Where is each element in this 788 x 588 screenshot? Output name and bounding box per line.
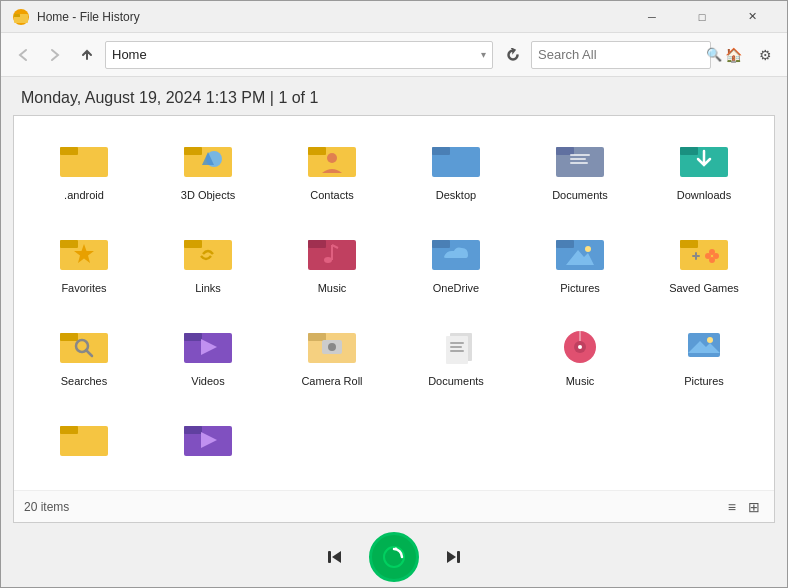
grid-view-button[interactable]: ⊞ <box>744 497 764 517</box>
file-label-onedrive: OneDrive <box>433 281 479 295</box>
svg-rect-45 <box>60 333 78 341</box>
nav-icons-right: 🏠 ⚙ <box>719 41 779 69</box>
svg-rect-19 <box>680 147 698 155</box>
file-item-item20[interactable] <box>148 405 268 480</box>
folder-icon-cameraroll <box>306 318 358 370</box>
file-label-pictures: Pictures <box>560 281 600 295</box>
svg-point-66 <box>707 337 713 343</box>
svg-point-10 <box>327 153 337 163</box>
address-input[interactable] <box>112 47 481 62</box>
svg-point-35 <box>585 246 591 252</box>
maximize-button[interactable]: □ <box>679 1 725 33</box>
folder-icon-savedgames <box>678 225 730 277</box>
file-label-android: .android <box>64 188 104 202</box>
prev-button[interactable] <box>317 539 353 575</box>
file-label-cameraroll: Camera Roll <box>301 374 362 388</box>
file-item-cameraroll[interactable]: Camera Roll <box>272 312 392 401</box>
refresh-button[interactable] <box>499 41 527 69</box>
search-bar[interactable]: 🔍 <box>531 41 711 69</box>
file-item-music2[interactable]: Music <box>520 312 640 401</box>
file-item-favorites[interactable]: Favorites <box>24 219 144 308</box>
svg-rect-16 <box>570 158 586 160</box>
folder-icon-item20 <box>182 411 234 463</box>
content-area: .android 3D Objects <box>1 115 787 527</box>
page-info: 1 of 1 <box>278 89 318 106</box>
file-item-desktop[interactable]: Desktop <box>396 126 516 215</box>
forward-button[interactable] <box>41 41 69 69</box>
back-button[interactable] <box>9 41 37 69</box>
file-label-favorites: Favorites <box>61 281 106 295</box>
file-label-music: Music <box>318 281 347 295</box>
nav-bar: ▾ 🔍 🏠 ⚙ <box>1 33 787 77</box>
file-item-pictures[interactable]: Pictures <box>520 219 640 308</box>
title-bar: Home - File History ─ □ ✕ <box>1 1 787 33</box>
up-button[interactable] <box>73 41 101 69</box>
file-label-videos: Videos <box>191 374 224 388</box>
settings-button[interactable]: ⚙ <box>751 41 779 69</box>
file-item-contacts[interactable]: Contacts <box>272 126 392 215</box>
app-icon <box>13 9 29 25</box>
window-title: Home - File History <box>37 10 629 24</box>
file-item-videos[interactable]: Videos <box>148 312 268 401</box>
date-bar: Monday, August 19, 2024 1:13 PM | 1 of 1 <box>1 77 787 115</box>
file-label-3dobjects: 3D Objects <box>181 188 235 202</box>
file-label-music2: Music <box>566 374 595 388</box>
svg-rect-43 <box>692 255 700 257</box>
svg-point-62 <box>578 345 582 349</box>
list-view-button[interactable]: ≡ <box>724 497 740 517</box>
svg-rect-1 <box>14 14 20 17</box>
svg-rect-68 <box>60 426 78 434</box>
address-dropdown-icon[interactable]: ▾ <box>481 49 486 60</box>
svg-point-27 <box>324 257 332 263</box>
file-item-pictures2[interactable]: Pictures <box>644 312 764 401</box>
player-bar <box>1 527 787 587</box>
svg-rect-17 <box>570 162 588 164</box>
file-item-3dobjects[interactable]: 3D Objects <box>148 126 268 215</box>
next-button[interactable] <box>435 539 471 575</box>
svg-rect-59 <box>450 350 464 352</box>
file-item-onedrive[interactable]: OneDrive <box>396 219 516 308</box>
folder-icon-downloads <box>678 132 730 184</box>
items-count: 20 items <box>24 500 69 514</box>
file-item-music[interactable]: Music <box>272 219 392 308</box>
svg-rect-15 <box>570 154 590 156</box>
file-item-documents2[interactable]: Documents <box>396 312 516 401</box>
file-item-documents[interactable]: Documents <box>520 126 640 215</box>
svg-point-54 <box>328 343 336 351</box>
address-bar[interactable]: ▾ <box>105 41 493 69</box>
search-input[interactable] <box>538 47 706 62</box>
home-nav-button[interactable]: 🏠 <box>719 41 747 69</box>
file-label-contacts: Contacts <box>310 188 353 202</box>
file-item-links[interactable]: Links <box>148 219 268 308</box>
file-item-searches[interactable]: Searches <box>24 312 144 401</box>
folder-icon-android <box>58 132 110 184</box>
file-grid: .android 3D Objects <box>14 116 774 490</box>
svg-rect-31 <box>432 240 450 248</box>
svg-rect-14 <box>556 147 574 155</box>
folder-icon-favorites <box>58 225 110 277</box>
file-label-documents: Documents <box>552 188 608 202</box>
svg-rect-3 <box>60 147 78 155</box>
folder-icon-videos <box>182 318 234 370</box>
file-item-item19[interactable] <box>24 405 144 480</box>
play-button[interactable] <box>369 532 419 582</box>
file-item-android[interactable]: .android <box>24 126 144 215</box>
svg-rect-21 <box>60 240 78 248</box>
svg-rect-26 <box>308 240 326 248</box>
folder-icon-searches <box>58 318 110 370</box>
folder-icon-documents2 <box>430 318 482 370</box>
file-label-links: Links <box>195 281 221 295</box>
minimize-button[interactable]: ─ <box>629 1 675 33</box>
svg-rect-37 <box>680 240 698 248</box>
file-label-pictures2: Pictures <box>684 374 724 388</box>
svg-rect-57 <box>450 342 464 344</box>
file-item-savedgames[interactable]: Saved Games <box>644 219 764 308</box>
grid-footer: 20 items ≡ ⊞ <box>14 490 774 522</box>
close-button[interactable]: ✕ <box>729 1 775 33</box>
folder-icon-pictures2 <box>678 318 730 370</box>
folder-icon-music2 <box>554 318 606 370</box>
file-item-downloads[interactable]: Downloads <box>644 126 764 215</box>
folder-icon-documents <box>554 132 606 184</box>
svg-rect-72 <box>328 551 331 563</box>
svg-point-41 <box>713 253 719 259</box>
